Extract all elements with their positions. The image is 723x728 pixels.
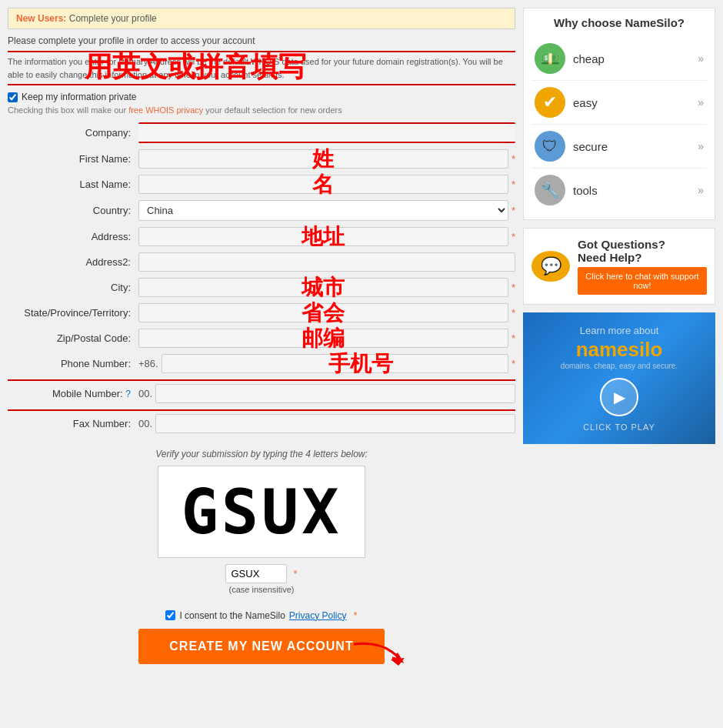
tools-label: tools: [573, 184, 698, 197]
mobile-help-icon[interactable]: ?: [125, 389, 131, 399]
state-input-wrap: 省会: [138, 303, 508, 322]
zip-label: Zip/Postal Code:: [8, 332, 138, 344]
privacy-note: Checking this box will make our free WHO…: [8, 105, 515, 115]
company-row: Company:: [8, 122, 515, 143]
phone-input[interactable]: [162, 354, 508, 373]
tools-chevron-icon: »: [698, 184, 704, 196]
consent-row: I consent to the NameSilo Privacy Policy…: [8, 609, 515, 621]
mobile-row: Mobile Number: ? 00.: [8, 384, 515, 403]
brand-silo-part: silo: [628, 338, 663, 361]
sidebar-item-secure[interactable]: 🛡 secure »: [531, 125, 707, 169]
sidebar-item-tools[interactable]: 🔧 tools »: [531, 169, 707, 212]
secure-chevron-icon: »: [698, 140, 704, 152]
privacy-row: Keep my information private: [8, 92, 515, 102]
company-input[interactable]: [138, 122, 515, 143]
captcha-section: Verify your submission by typing the 4 l…: [8, 449, 515, 594]
lastname-input[interactable]: [138, 175, 508, 194]
firstname-input[interactable]: [138, 149, 508, 169]
video-learn-text: Learn more about: [531, 325, 708, 336]
firstname-row: First Name: 姓 *: [8, 149, 515, 169]
phone-prefix: +86.: [138, 358, 158, 369]
support-section: 💬 Got Questions? Need Help? Click here t…: [523, 228, 715, 305]
whois-link[interactable]: free WHOIS privacy: [128, 105, 203, 115]
fax-prefix: 00.: [138, 418, 152, 429]
overlay-hint: 用英文或拼音填写: [85, 46, 306, 88]
support-text-wrap: Got Questions? Need Help? Click here to …: [578, 238, 707, 295]
lastname-label: Last Name:: [8, 179, 138, 190]
easy-chevron-icon: »: [698, 96, 704, 109]
company-input-wrap: [138, 122, 515, 143]
cheap-chevron-icon: »: [698, 52, 704, 65]
profile-form: Company: First Name: 姓 * Last Name:: [8, 122, 515, 433]
lastname-required: *: [511, 179, 515, 190]
privacy-label: Keep my information private: [22, 92, 136, 102]
cheap-icon: 💵: [535, 43, 565, 74]
phone-required: *: [511, 358, 515, 369]
country-label: Country:: [8, 205, 138, 216]
city-input[interactable]: [138, 278, 508, 297]
firstname-label: First Name:: [8, 153, 138, 165]
city-required: *: [511, 282, 515, 293]
address2-label: Address2:: [8, 256, 138, 268]
support-chat-button[interactable]: Click here to chat with support now!: [578, 267, 707, 295]
play-button[interactable]: ▶: [600, 378, 638, 416]
sidebar-item-cheap[interactable]: 💵 cheap »: [531, 37, 707, 81]
sidebar-item-easy[interactable]: ✔ easy »: [531, 81, 707, 125]
phone-input-wrap: +86. 手机号: [138, 354, 508, 373]
address-row: Address: 地址 *: [8, 227, 515, 246]
zip-input-wrap: 邮编: [138, 329, 508, 348]
zip-input[interactable]: [138, 329, 508, 348]
easy-icon: ✔: [535, 87, 565, 118]
phone-label: Phone Number:: [8, 358, 138, 369]
address-label: Address:: [8, 231, 138, 242]
fax-input-wrap: 00.: [138, 414, 515, 433]
support-heading1: Got Questions?: [578, 238, 707, 251]
country-select[interactable]: China: [138, 200, 508, 221]
cheap-label: cheap: [573, 52, 698, 65]
phone-row: Phone Number: +86. 手机号 *: [8, 354, 515, 373]
city-label: City:: [8, 282, 138, 293]
tools-icon: 🔧: [535, 175, 565, 205]
main-content: New Users: Complete your profile Please …: [8, 8, 515, 680]
secure-icon: 🛡: [535, 131, 565, 162]
secure-label: secure: [573, 140, 698, 153]
captcha-input[interactable]: [225, 564, 287, 583]
state-row: State/Province/Territory: 省会 *: [8, 303, 515, 322]
arrow-icon: [346, 636, 408, 675]
video-tagline: domains. cheap, easy and secure.: [531, 362, 708, 370]
address-input-wrap: 地址: [138, 227, 508, 246]
easy-label: easy: [573, 96, 698, 109]
state-input[interactable]: [138, 303, 508, 322]
banner-label: New Users:: [16, 13, 66, 24]
address2-row: Address2:: [8, 252, 515, 272]
click-to-play-text: CLICK TO PLAY: [531, 422, 708, 432]
lastname-row: Last Name: 名 *: [8, 175, 515, 194]
fax-input[interactable]: [155, 414, 515, 433]
submit-row: CREATE MY NEW ACCOUNT: [8, 629, 515, 664]
state-required: *: [511, 307, 515, 319]
privacy-checkbox[interactable]: [8, 92, 18, 102]
address-required: *: [511, 231, 515, 242]
mobile-input-wrap: 00.: [138, 384, 515, 403]
city-input-wrap: 城市: [138, 278, 508, 297]
city-row: City: 城市 *: [8, 278, 515, 297]
mobile-input[interactable]: [155, 384, 515, 403]
address2-input-wrap: [138, 252, 515, 272]
address-input[interactable]: [138, 227, 508, 246]
sidebar-why-section: Why choose NameSilo? 💵 cheap » ✔ easy » …: [523, 8, 715, 220]
address2-input[interactable]: [138, 252, 515, 272]
namesilo-brand: namesilo: [531, 338, 708, 362]
privacy-policy-link[interactable]: Privacy Policy: [289, 610, 347, 621]
support-bubble-icon: 💬: [531, 251, 570, 282]
firstname-input-wrap: 姓: [138, 149, 508, 169]
country-required: *: [511, 205, 515, 216]
info-text: The information you enter for Primary Ad…: [8, 57, 503, 79]
video-promo-section: Learn more about namesilo domains. cheap…: [523, 312, 715, 444]
company-label: Company:: [8, 127, 138, 139]
zip-row: Zip/Postal Code: 邮编 *: [8, 329, 515, 348]
mobile-label: Mobile Number: ?: [8, 388, 138, 399]
consent-checkbox[interactable]: [165, 610, 175, 620]
info-text-block: The information you enter for Primary Ad…: [8, 51, 515, 85]
banner-text: Complete your profile: [69, 13, 157, 24]
captcha-label: Verify your submission by typing the 4 l…: [8, 449, 515, 459]
